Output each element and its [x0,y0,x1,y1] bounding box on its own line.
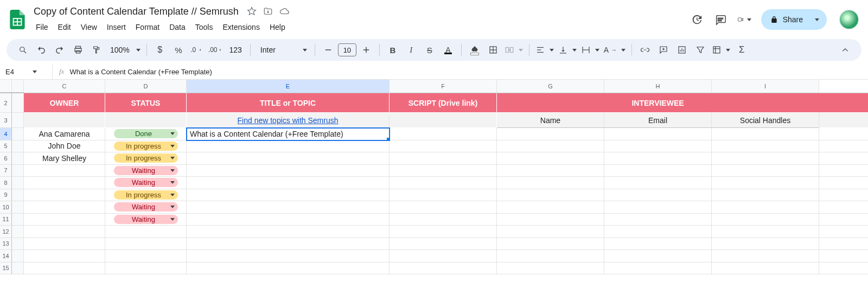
cell[interactable] [497,152,604,165]
text-wrap-icon[interactable] [579,42,601,57]
undo-icon[interactable] [33,42,50,57]
text-color-icon[interactable]: A [439,42,457,57]
sheets-logo[interactable] [7,9,28,30]
title-cell[interactable] [187,152,390,165]
merge-cells-icon[interactable] [503,42,525,57]
row-header[interactable]: 6 [0,152,12,165]
cell[interactable] [819,165,868,177]
cell[interactable] [497,201,604,214]
cell[interactable] [819,177,868,189]
spreadsheet-grid[interactable]: C D E F G H I 2 OWNER STATUS TITLE or TO… [0,80,868,274]
vertical-align-icon[interactable] [557,42,578,57]
insert-comment-icon[interactable] [655,42,672,57]
cell[interactable] [390,238,497,251]
font-size-input[interactable]: 10 [338,43,356,56]
cell[interactable] [390,152,497,165]
cloud-saved-icon[interactable] [279,6,290,17]
cell[interactable] [497,128,604,140]
row-header[interactable]: 11 [0,214,12,226]
font-select[interactable]: Inter [255,42,310,57]
cell[interactable] [712,177,819,189]
col-header[interactable]: I [712,80,819,93]
title-cell[interactable]: What is a Content Calendar (+Free Templa… [187,128,390,140]
cell[interactable] [497,189,604,202]
cell[interactable] [105,226,187,238]
cell[interactable] [390,262,497,275]
cell[interactable] [819,201,868,214]
decrease-font-icon[interactable] [320,42,337,57]
cell[interactable] [712,189,819,202]
status-cell[interactable]: Waiting [105,165,187,177]
owner-cell[interactable] [24,165,105,177]
column-header-interviewee-end[interactable] [819,93,868,113]
menu-edit[interactable]: Edit [54,21,75,34]
status-cell[interactable]: Waiting [105,214,187,226]
cell[interactable] [497,140,604,153]
row-header[interactable]: 13 [0,238,12,251]
row-header[interactable]: 14 [0,250,12,262]
cell[interactable] [604,262,712,275]
status-cell[interactable]: Waiting [105,201,187,214]
col-header[interactable]: F [390,80,497,93]
star-icon[interactable] [246,6,257,17]
zoom-select[interactable]: 100% [106,42,142,57]
cell[interactable] [497,177,604,189]
status-chip[interactable]: Waiting [114,202,178,211]
increase-font-icon[interactable] [358,42,375,57]
currency-icon[interactable]: $ [151,42,169,57]
owner-cell[interactable] [24,214,105,226]
menu-view[interactable]: View [76,21,101,34]
status-chip[interactable]: In progress [114,153,178,163]
cell[interactable] [604,189,712,202]
status-cell[interactable]: Done [105,128,187,140]
cell[interactable] [497,250,604,262]
cell[interactable] [604,140,712,153]
cell[interactable] [24,250,105,262]
select-all-corner[interactable] [0,80,12,93]
share-button[interactable]: Share [761,9,827,30]
cell[interactable] [24,238,105,251]
cell[interactable] [712,152,819,165]
cell[interactable] [390,189,497,202]
cell[interactable] [604,250,712,262]
comments-icon[interactable] [713,12,727,27]
subheader-name[interactable]: Name [497,113,604,128]
column-header-title[interactable]: TITLE or TOPIC [187,93,390,113]
cell[interactable] [497,226,604,238]
cell[interactable] [712,226,819,238]
cell[interactable] [390,140,497,153]
cell[interactable] [390,165,497,177]
collapse-toolbar-icon[interactable] [837,42,854,57]
cell[interactable] [819,226,868,238]
formula-bar[interactable]: What is a Content Calendar (+Free Templa… [69,68,212,76]
cell[interactable] [819,262,868,275]
cell[interactable] [497,238,604,251]
document-title[interactable]: Copy of Content Calendar Template // Sem… [31,5,241,18]
cell[interactable] [819,189,868,202]
cell[interactable] [24,113,105,128]
horizontal-align-icon[interactable] [534,42,556,57]
cell[interactable] [819,250,868,262]
title-cell[interactable] [187,201,390,214]
cell[interactable] [712,128,819,140]
status-cell[interactable]: Waiting [105,177,187,189]
menu-help[interactable]: Help [265,21,290,34]
topics-link[interactable]: Find new topics with Semrush [187,113,390,128]
row-header[interactable]: 8 [0,177,12,189]
menu-extensions[interactable]: Extensions [218,21,264,34]
column-header-interviewee[interactable]: INTERVIEWEE [497,93,819,113]
cell[interactable] [819,113,868,128]
row-header[interactable]: 3 [0,113,12,128]
filter-views-icon[interactable] [710,42,732,57]
bold-icon[interactable]: B [384,42,401,57]
status-chip[interactable]: Waiting [114,178,178,187]
col-header[interactable]: H [604,80,712,93]
cell[interactable] [187,250,390,262]
row-header[interactable]: 9 [0,189,12,202]
cell[interactable] [105,262,187,275]
cell[interactable] [712,238,819,251]
cell[interactable] [819,214,868,226]
menu-format[interactable]: Format [131,21,164,34]
account-avatar[interactable] [839,9,859,30]
menu-data[interactable]: Data [165,21,190,34]
